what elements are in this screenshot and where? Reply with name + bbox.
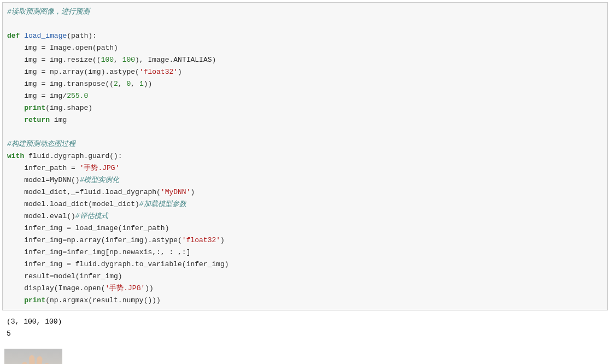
- code-token-comment: #模型实例化: [80, 176, 120, 184]
- code-token-keyword: print: [24, 104, 45, 112]
- code-token-plain: )): [145, 284, 154, 292]
- code-token-plain: )): [144, 80, 152, 88]
- code-token-comment: #加载模型参数: [139, 200, 186, 208]
- code-token-plain: ): [190, 188, 195, 196]
- code-token-comment: #评估模式: [75, 212, 108, 220]
- code-token-plain: (np.argmax(result.numpy())): [45, 296, 161, 304]
- code-token-plain: ,: [131, 80, 139, 88]
- code-token-plain: infer_img = fluid.dygraph.to_variable(in…: [7, 260, 229, 268]
- code-token-num: 100: [101, 56, 114, 64]
- code-token-plain: img: [50, 116, 67, 124]
- code-token-comment: #构建预测动态图过程: [7, 140, 75, 148]
- code-token-string: 'float32': [182, 236, 220, 244]
- code-token-num: 2: [114, 80, 118, 88]
- code-token-keyword: print: [24, 296, 45, 304]
- code-token-keyword: def: [7, 32, 20, 40]
- code-token-plain: ,: [118, 80, 127, 88]
- code-token-string: '手势.JPG': [105, 284, 145, 292]
- code-token-num: 255.0: [67, 92, 88, 100]
- code-token-plain: ), Image.ANTIALIAS): [135, 56, 216, 64]
- code-token-plain: infer_img=infer_img[np.newaxis,:, : ,:]: [7, 248, 190, 256]
- code-token-plain: model.load_dict(model_dict): [7, 200, 139, 208]
- code-token-plain: model=MyDNN(): [7, 176, 80, 184]
- code-token-plain: infer_img = load_image(infer_path): [7, 224, 169, 232]
- code-token-string: 'float32': [139, 68, 178, 76]
- code-token-plain: display(Image.open(: [7, 284, 105, 292]
- execution-output: (3, 100, 100) 5: [2, 313, 608, 343]
- code-token-plain: (img.shape): [45, 104, 92, 112]
- code-token-string: '手势.JPG': [80, 164, 120, 172]
- code-token-string: 'MyDNN': [161, 188, 191, 196]
- code-token-keyword: with: [7, 152, 24, 160]
- code-token-plain: model.eval(): [7, 212, 75, 220]
- code-token-plain: ): [178, 68, 182, 76]
- code-token-plain: infer_img=np.array(infer_img).astype(: [7, 236, 182, 244]
- code-token-plain: fluid.dygraph.guard():: [24, 152, 122, 160]
- code-token-num: 100: [122, 56, 135, 64]
- code-token-plain: (path):: [67, 32, 97, 40]
- code-token-plain: img = np.array(img).astype(: [7, 68, 139, 76]
- code-token-plain: img = img/: [7, 92, 67, 100]
- code-token-num: 1: [139, 80, 144, 88]
- code-token-plain: img = img.transpose((: [7, 80, 114, 88]
- code-token-plain: img = Image.open(path): [7, 44, 118, 52]
- code-token-plain: model_dict,_=fluid.load_dygraph(: [7, 188, 161, 196]
- code-token-plain: img = img.resize((: [7, 56, 101, 64]
- code-token-comment: #读取预测图像，进行预测: [7, 8, 90, 16]
- code-token-plain: result=model(infer_img): [7, 272, 122, 280]
- code-block: #读取预测图像，进行预测 def load_image(path): img =…: [2, 2, 608, 310]
- code-token-plain: ): [220, 236, 225, 244]
- code-token-funcname: load_image: [24, 32, 67, 40]
- code-token-plain: infer_path =: [7, 164, 80, 172]
- code-token-plain: [7, 116, 24, 124]
- code-token-keyword: return: [24, 116, 50, 124]
- prediction-image: [4, 349, 62, 364]
- code-token-plain: ,: [114, 56, 122, 64]
- code-token-plain: [7, 296, 24, 304]
- code-token-plain: [7, 104, 24, 112]
